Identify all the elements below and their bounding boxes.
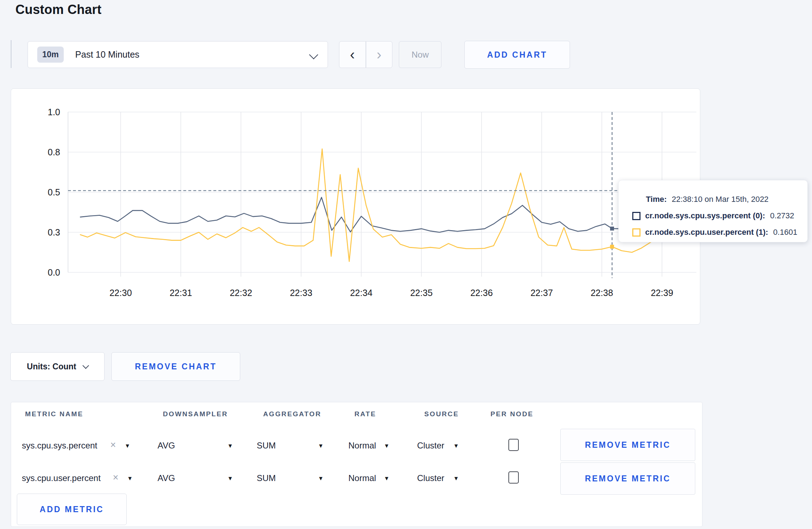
time-range-badge: 10m — [37, 47, 64, 63]
tooltip-series-label: cr.node.sys.cpu.user.percent (1): — [645, 228, 768, 237]
chart-tooltip: Time: 22:38:10 on Mar 15th, 2022 cr.node… — [618, 180, 808, 242]
clear-metric-icon[interactable]: × — [113, 472, 119, 483]
rate-caret-icon[interactable]: ▼ — [384, 475, 390, 482]
source-select[interactable]: Cluster — [417, 441, 444, 451]
chevron-right-icon: › — [377, 47, 381, 63]
x-axis-tick-label: 22:39 — [651, 288, 673, 298]
tooltip-series-value: 0.2732 — [770, 211, 794, 220]
aggregator-caret-icon[interactable]: ▼ — [318, 443, 324, 449]
hover-marker — [610, 227, 614, 230]
remove-metric-button[interactable]: REMOVE METRIC — [560, 429, 695, 461]
metric-name-value[interactable]: sys.cpu.user.percent — [22, 473, 101, 483]
rate-select[interactable]: Normal — [348, 473, 376, 483]
series-line — [80, 149, 687, 262]
x-axis-tick-label: 22:35 — [410, 288, 433, 298]
col-header-metric-name: METRIC NAME — [25, 410, 83, 418]
x-axis-tick-label: 22:30 — [110, 288, 132, 298]
aggregator-select[interactable]: SUM — [257, 441, 276, 451]
x-axis-tick-label: 22:33 — [290, 288, 313, 298]
y-axis-tick-label: 0.5 — [48, 187, 60, 197]
x-axis-tick-label: 22:32 — [230, 288, 252, 298]
source-caret-icon[interactable]: ▼ — [453, 475, 459, 482]
per-node-checkbox[interactable] — [508, 471, 519, 484]
tooltip-time-value: 22:38:10 on Mar 15th, 2022 — [672, 195, 768, 204]
chevron-down-icon — [309, 50, 318, 59]
custom-chart-page: Custom Chart 10m Past 10 Minutes ‹ › Now… — [0, 0, 812, 529]
time-range-dropdown[interactable]: 10m Past 10 Minutes — [28, 41, 328, 68]
units-dropdown[interactable]: Units: Count — [10, 352, 105, 381]
add-metric-button[interactable]: ADD METRIC — [17, 494, 127, 525]
aggregator-caret-icon[interactable]: ▼ — [318, 475, 324, 482]
tooltip-series-label: cr.node.sys.cpu.sys.percent (0): — [645, 211, 765, 220]
x-axis-tick-label: 22:37 — [531, 288, 553, 298]
x-axis-tick-label: 22:34 — [350, 288, 373, 298]
time-range-label: Past 10 Minutes — [75, 49, 139, 60]
chevron-left-icon: ‹ — [350, 47, 355, 63]
x-axis-tick-label: 22:38 — [591, 288, 613, 298]
series-sys-swatch-icon — [632, 212, 641, 220]
source-select[interactable]: Cluster — [417, 473, 444, 483]
time-step-buttons: ‹ › — [339, 41, 392, 68]
units-label: Units: Count — [27, 362, 76, 372]
col-header-aggregator: AGGREGATOR — [263, 410, 322, 418]
tooltip-time-label: Time: — [646, 195, 667, 204]
chevron-down-icon — [82, 362, 89, 369]
hover-marker — [610, 245, 614, 249]
col-header-rate: RATE — [354, 410, 376, 418]
x-axis-tick-label: 22:31 — [170, 288, 192, 298]
downsampler-caret-icon[interactable]: ▼ — [227, 475, 233, 482]
downsampler-caret-icon[interactable]: ▼ — [227, 443, 233, 449]
source-caret-icon[interactable]: ▼ — [453, 443, 459, 449]
metric-name-caret-icon[interactable]: ▼ — [125, 443, 130, 449]
downsampler-select[interactable]: AVG — [158, 441, 175, 451]
col-header-source: SOURCE — [424, 410, 459, 418]
remove-metric-button[interactable]: REMOVE METRIC — [560, 462, 695, 495]
toolbar-left-divider — [11, 40, 11, 68]
remove-chart-button[interactable]: REMOVE CHART — [111, 352, 240, 381]
rate-select[interactable]: Normal — [348, 441, 376, 451]
step-forward-button[interactable]: › — [366, 41, 393, 68]
now-button[interactable]: Now — [399, 41, 441, 68]
step-back-button[interactable]: ‹ — [339, 41, 366, 68]
x-axis-tick-label: 22:36 — [470, 288, 493, 298]
tooltip-series-value: 0.1601 — [773, 228, 797, 237]
series-line — [80, 197, 687, 232]
page-title: Custom Chart — [15, 2, 101, 17]
col-header-per-node: PER NODE — [490, 410, 533, 418]
timeseries-chart[interactable]: 0.00.30.50.81.022:3022:3122:3222:3322:34… — [11, 88, 700, 324]
per-node-checkbox[interactable] — [508, 439, 519, 451]
y-axis-tick-label: 0.0 — [48, 267, 60, 277]
y-axis-tick-label: 0.3 — [48, 227, 60, 237]
clear-metric-icon[interactable]: × — [110, 440, 116, 451]
series-user-swatch-icon — [632, 228, 641, 237]
downsampler-select[interactable]: AVG — [158, 473, 175, 483]
add-chart-button[interactable]: ADD CHART — [464, 41, 570, 69]
rate-caret-icon[interactable]: ▼ — [384, 443, 390, 449]
y-axis-tick-label: 1.0 — [48, 107, 60, 117]
metric-name-value[interactable]: sys.cpu.sys.percent — [22, 441, 97, 451]
metric-name-caret-icon[interactable]: ▼ — [127, 475, 133, 482]
y-axis-tick-label: 0.8 — [48, 147, 60, 157]
aggregator-select[interactable]: SUM — [257, 473, 276, 483]
col-header-downsampler: DOWNSAMPLER — [163, 410, 228, 418]
